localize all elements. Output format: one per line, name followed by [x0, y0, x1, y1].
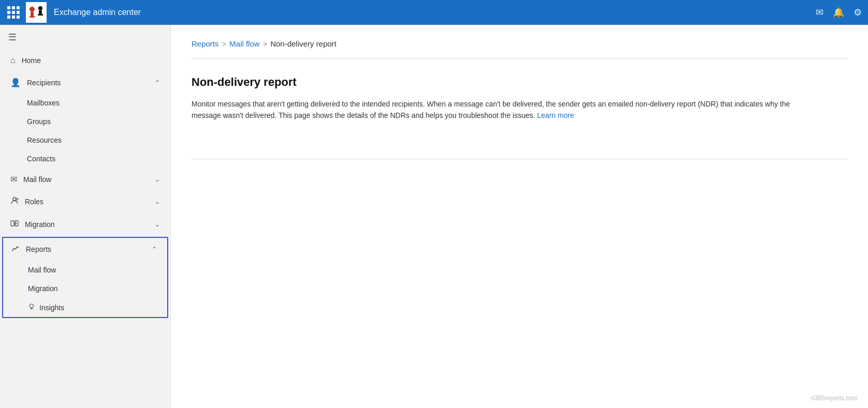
app-logo [26, 2, 47, 23]
svg-rect-3 [30, 16, 35, 18]
footer-watermark: o365reports.com [811, 395, 858, 402]
sidebar-item-reports-migration[interactable]: Migration [3, 279, 167, 298]
waffle-icon [7, 6, 20, 19]
envelope-icon: ✉ [10, 174, 17, 184]
sidebar-item-label: Migration [25, 220, 149, 229]
sidebar-item-home[interactable]: ⌂ Home [0, 50, 170, 71]
main-content: Reports > Mail flow > Non-delivery repor… [171, 25, 868, 408]
person-icon: 👤 [10, 78, 21, 87]
content-area: Non-delivery report Monitor messages tha… [171, 59, 868, 142]
chevron-up-icon: ⌃ [155, 79, 160, 86]
sidebar-item-roles[interactable]: Roles ⌄ [0, 190, 170, 213]
sidebar-item-label: Roles [25, 198, 149, 206]
hamburger-icon: ☰ [8, 32, 17, 43]
sidebar-item-label: Mail flow [23, 175, 149, 184]
chevron-down-icon: ⌄ [155, 176, 160, 183]
breadcrumb-separator-2: > [263, 39, 268, 48]
home-icon: ⌂ [10, 56, 16, 65]
waffle-menu-button[interactable] [6, 5, 21, 20]
sidebar: ☰ ⌂ Home 👤 Recipients ⌃ Mailboxes Groups… [0, 25, 171, 408]
svg-point-13 [30, 304, 34, 308]
topbar-actions: ✉ 🔔 ⚙ [816, 7, 862, 18]
svg-rect-2 [31, 12, 34, 16]
sidebar-item-groups[interactable]: Groups [0, 112, 170, 131]
learn-more-link[interactable]: Learn more [537, 111, 575, 119]
settings-icon[interactable]: ⚙ [854, 7, 862, 18]
content-divider [192, 159, 847, 159]
sidebar-item-reports-mailflow[interactable]: Mail flow [3, 261, 167, 279]
insights-bulb-icon [28, 303, 35, 312]
page-title: Non-delivery report [192, 75, 847, 89]
svg-point-9 [13, 198, 16, 201]
chevron-down-icon: ⌄ [155, 221, 160, 228]
svg-rect-11 [11, 221, 14, 226]
sidebar-item-label: Home [22, 56, 160, 65]
sidebar-item-migration[interactable]: Migration ⌄ [0, 213, 170, 236]
roles-icon [10, 197, 19, 207]
logo-icon [27, 3, 46, 22]
email-icon[interactable]: ✉ [816, 7, 823, 18]
sidebar-item-reports-insights[interactable]: Insights [3, 298, 167, 317]
chevron-up-icon: ⌃ [152, 246, 157, 253]
svg-rect-5 [39, 10, 42, 14]
breadcrumb-mailflow-link[interactable]: Mail flow [229, 39, 259, 48]
sidebar-item-label: Reports [26, 245, 145, 253]
chevron-down-icon: ⌄ [155, 198, 160, 205]
svg-rect-6 [38, 14, 43, 16]
main-layout: ☰ ⌂ Home 👤 Recipients ⌃ Mailboxes Groups… [0, 25, 868, 408]
bell-icon[interactable]: 🔔 [833, 7, 844, 18]
topbar: Exchange admin center ✉ 🔔 ⚙ [0, 0, 868, 25]
svg-rect-0 [27, 3, 46, 22]
breadcrumb-reports-link[interactable]: Reports [192, 39, 219, 48]
migration-icon [10, 219, 19, 230]
app-title: Exchange admin center [54, 8, 811, 17]
breadcrumb-current: Non-delivery report [270, 39, 336, 48]
sidebar-section-reports: Reports ⌃ Mail flow Migration Insights [2, 237, 168, 318]
breadcrumb-separator-1: > [222, 39, 227, 48]
svg-rect-8 [38, 7, 42, 9]
sidebar-item-recipients[interactable]: 👤 Recipients ⌃ [0, 71, 170, 94]
sidebar-item-contacts[interactable]: Contacts [0, 149, 170, 168]
reports-icon [11, 244, 20, 254]
breadcrumb: Reports > Mail flow > Non-delivery repor… [171, 25, 868, 58]
svg-point-1 [30, 7, 35, 12]
sidebar-toggle-button[interactable]: ☰ [0, 25, 170, 50]
sidebar-item-mailboxes[interactable]: Mailboxes [0, 94, 170, 112]
sidebar-item-label: Recipients [27, 79, 149, 87]
sidebar-item-resources[interactable]: Resources [0, 131, 170, 149]
sidebar-item-reports[interactable]: Reports ⌃ [3, 238, 167, 261]
page-description: Monitor messages that aren't getting del… [192, 98, 813, 122]
sidebar-item-mailflow[interactable]: ✉ Mail flow ⌄ [0, 168, 170, 190]
